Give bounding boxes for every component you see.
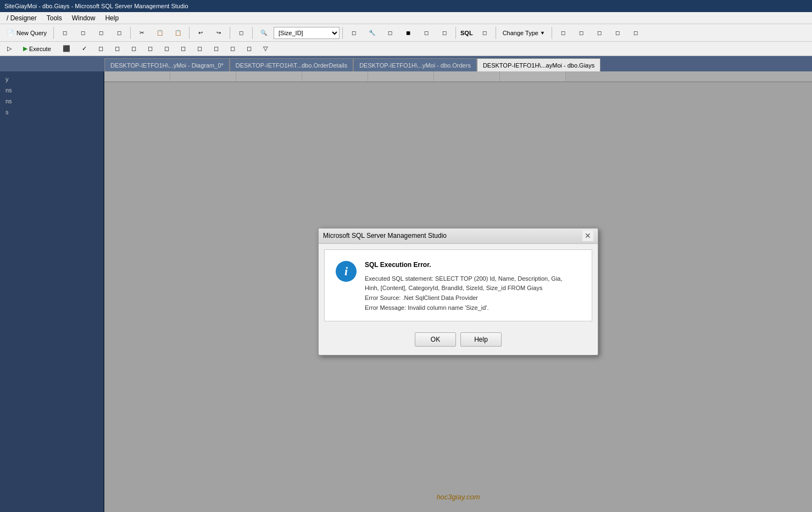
search-button[interactable]: 🔍 xyxy=(255,26,272,40)
exec-misc-9[interactable]: ◻ xyxy=(225,43,240,54)
exec-misc-2[interactable]: ◻ xyxy=(110,43,125,54)
toolbar-icon-3: ◻ xyxy=(97,29,105,37)
tab-orderdetails-label: DESKTOP-IETFO1H\T...dbo.OrderDetails xyxy=(236,62,347,69)
toolbar-icon-7: 📋 xyxy=(174,29,182,37)
close-icon: ✕ xyxy=(585,231,591,240)
title-text: SiteGiayMoi - dbo.Giays - Microsoft SQL … xyxy=(4,3,188,9)
title-bar: SiteGiayMoi - dbo.Giays - Microsoft SQL … xyxy=(0,0,812,12)
menu-help[interactable]: Help xyxy=(101,13,123,23)
tab-orderdetails[interactable]: DESKTOP-IETFO1H\T...dbo.OrderDetails xyxy=(230,58,353,71)
exec-misc-11[interactable]: ▽ xyxy=(258,43,272,54)
toolbar-misc-7[interactable]: ◻ xyxy=(436,26,453,40)
main-toolbar: 📄 New Query ◻ ◻ ◻ ◻ ✂ 📋 📋 ↩ ↪ ◻ 🔍 [Size_… xyxy=(0,24,812,42)
modal-overlay: Microsoft SQL Server Management Studio ✕… xyxy=(104,71,812,512)
toolbar-misc-11[interactable]: ◻ xyxy=(591,26,608,40)
exec-misc-1[interactable]: ◻ xyxy=(93,43,108,54)
toolbar-misc-9[interactable]: ◻ xyxy=(555,26,571,40)
tab-orders[interactable]: DESKTOP-IETFO1H\...yMoi - dbo.Orders xyxy=(353,58,477,71)
dialog-close-button[interactable]: ✕ xyxy=(582,230,593,241)
toolbar-btn-5[interactable]: ✂ xyxy=(134,26,150,40)
dialog-ok-button[interactable]: OK xyxy=(415,332,456,347)
toolbar-misc-icon-1: ◻ xyxy=(237,29,246,37)
toolbar-btn-1[interactable]: ◻ xyxy=(57,26,73,40)
toolbar-misc-12[interactable]: ◻ xyxy=(609,26,626,40)
undo-button[interactable]: ↩ xyxy=(192,26,209,40)
change-type-label: Change Type xyxy=(503,30,538,36)
toolbar-icon-6: 📋 xyxy=(155,29,164,37)
search-icon: 🔍 xyxy=(259,29,268,37)
toolbar-sep-3 xyxy=(189,27,190,39)
debug-btn[interactable]: ▷ xyxy=(2,43,16,54)
tab-orders-label: DESKTOP-IETFO1H\...yMoi - dbo.Orders xyxy=(359,62,471,69)
sql-label: SQL xyxy=(459,30,475,36)
new-query-button[interactable]: 📄 New Query xyxy=(2,26,51,40)
exec-misc-8[interactable]: ◻ xyxy=(209,43,224,54)
exec-misc-icon-11: ▽ xyxy=(263,45,268,52)
dialog-title: Microsoft SQL Server Management Studio xyxy=(323,232,447,240)
toolbar-icon-5: ✂ xyxy=(137,29,146,37)
new-query-icon: 📄 xyxy=(6,29,15,37)
error-dialog: Microsoft SQL Server Management Studio ✕… xyxy=(318,228,598,355)
dialog-help-button[interactable]: Help xyxy=(460,332,502,347)
sidebar: y ns ns s xyxy=(0,71,104,512)
toolbar-misc-icon-11: ◻ xyxy=(595,29,604,37)
toolbar-misc-13[interactable]: ◻ xyxy=(627,26,644,40)
stop-btn[interactable]: ⬛ xyxy=(58,43,75,54)
toolbar-misc-icon-9: ◻ xyxy=(559,29,568,37)
sidebar-item-ns1[interactable]: ns xyxy=(0,85,103,96)
exec-misc-7[interactable]: ◻ xyxy=(192,43,207,54)
parse-icon: ✓ xyxy=(82,45,87,52)
dialog-detail-line4: Error Message: Invalid column name 'Size… xyxy=(365,304,489,311)
redo-button[interactable]: ↪ xyxy=(210,26,227,40)
exec-misc-10[interactable]: ◻ xyxy=(242,43,257,54)
exec-misc-icon-7: ◻ xyxy=(197,45,202,52)
execute-button[interactable]: ▶ Execute xyxy=(18,43,56,54)
toolbar-sep-7 xyxy=(455,27,456,39)
column-dropdown[interactable]: [Size_ID] xyxy=(274,27,340,39)
sidebar-item-y[interactable]: y xyxy=(0,74,103,85)
toolbar-icon-1: ◻ xyxy=(60,29,69,37)
menu-designer[interactable]: / Designer xyxy=(2,13,41,23)
exec-misc-6[interactable]: ◻ xyxy=(176,43,191,54)
parse-btn[interactable]: ✓ xyxy=(77,43,92,54)
menu-window[interactable]: Window xyxy=(68,13,100,23)
sidebar-item-ns2[interactable]: ns xyxy=(0,96,103,107)
toolbar-misc-5[interactable]: ◼ xyxy=(400,26,416,40)
menu-bar: / Designer Tools Window Help xyxy=(0,12,812,24)
exec-misc-3[interactable]: ◻ xyxy=(126,43,141,54)
tab-diagram[interactable]: DESKTOP-IETFO1H\...yMoi - Diagram_0* xyxy=(104,58,230,71)
toolbar-misc-2[interactable]: ◻ xyxy=(346,26,362,40)
toolbar-misc-icon-6: ◻ xyxy=(422,29,431,37)
toolbar-misc-1[interactable]: ◻ xyxy=(233,26,249,40)
toolbar-btn-7[interactable]: 📋 xyxy=(170,26,186,40)
toolbar-sep-8 xyxy=(496,27,496,39)
sidebar-item-s[interactable]: s xyxy=(0,107,103,118)
dialog-text-block: SQL Execution Error. Executed SQL statem… xyxy=(365,261,581,313)
menu-tools[interactable]: Tools xyxy=(42,13,66,23)
exec-misc-4[interactable]: ◻ xyxy=(143,43,158,54)
toolbar-btn-3[interactable]: ◻ xyxy=(93,26,109,40)
debug-icon: ▷ xyxy=(7,45,12,52)
change-type-button[interactable]: Change Type ▼ xyxy=(499,27,549,38)
toolbar-misc-icon-13: ◻ xyxy=(631,29,640,37)
toolbar-misc-10[interactable]: ◻ xyxy=(573,26,589,40)
toolbar-btn-2[interactable]: ◻ xyxy=(75,26,91,40)
toolbar-sep-5 xyxy=(252,27,253,39)
exec-misc-5[interactable]: ◻ xyxy=(159,43,174,54)
toolbar-misc-4[interactable]: ◻ xyxy=(382,26,398,40)
exec-misc-icon-4: ◻ xyxy=(148,45,153,52)
toolbar-misc-3[interactable]: 🔧 xyxy=(364,26,380,40)
exec-misc-icon-6: ◻ xyxy=(181,45,186,52)
main-area: y ns ns s xyxy=(0,71,812,512)
toolbar-btn-4[interactable]: ◻ xyxy=(111,26,127,40)
toolbar-misc-icon-4: ◻ xyxy=(386,29,394,37)
toolbar-misc-icon-5: ◼ xyxy=(404,29,413,37)
exec-misc-icon-5: ◻ xyxy=(164,45,169,52)
stop-icon: ⬛ xyxy=(63,45,70,52)
sidebar-scroll[interactable]: y ns ns s xyxy=(0,74,103,510)
tab-giays[interactable]: DESKTOP-IETFO1H\...ayMoi - dbo.Giays xyxy=(477,58,600,71)
toolbar-misc-8[interactable]: ◻ xyxy=(476,26,493,40)
toolbar-btn-6[interactable]: 📋 xyxy=(152,26,168,40)
execute-bar: ▷ ▶ Execute ⬛ ✓ ◻ ◻ ◻ ◻ ◻ ◻ ◻ ◻ ◻ ◻ ▽ xyxy=(0,42,812,56)
toolbar-misc-6[interactable]: ◻ xyxy=(418,26,435,40)
